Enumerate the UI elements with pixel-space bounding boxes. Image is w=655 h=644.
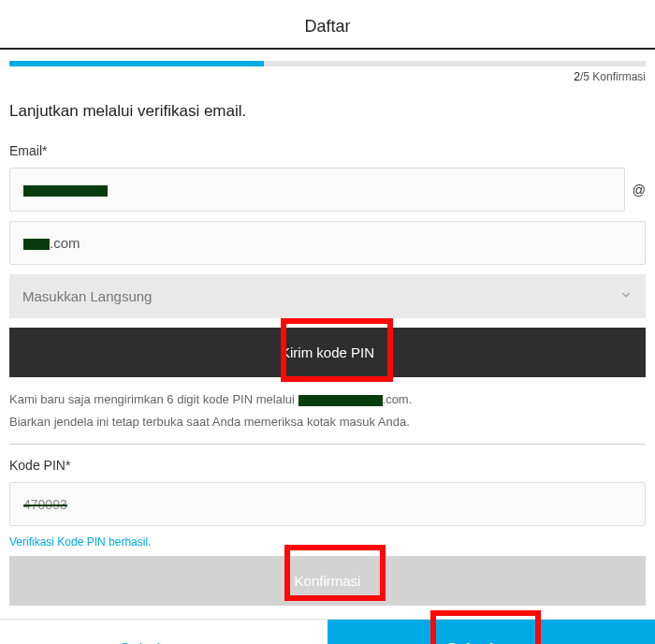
msg-text: .com.: [383, 392, 413, 406]
pin-sent-message-2: Biarkan jendela ini tetap terbuka saat A…: [9, 413, 646, 432]
divider-mid: [9, 444, 646, 445]
highlight-box: [430, 610, 541, 644]
progress-container: [9, 61, 646, 66]
next-button[interactable]: Selanjutnya: [328, 620, 655, 644]
progress-bar: [9, 61, 646, 66]
step-indicator: 2/5 Konfirmasi: [0, 70, 646, 83]
pin-value: 470093: [23, 497, 67, 512]
at-symbol: @: [633, 183, 646, 198]
email-domain-input[interactable]: .com: [9, 221, 646, 265]
divider-top: [0, 48, 655, 50]
redacted-text: [23, 185, 108, 197]
email-local-input[interactable]: [9, 168, 625, 212]
pin-success-message: Verifikasi Kode PIN berhasil.: [9, 535, 646, 549]
confirm-button[interactable]: Konfirmasi: [9, 556, 646, 606]
prev-label: Sebelumnya: [120, 640, 209, 644]
confirm-label: Konfirmasi: [295, 573, 361, 589]
redacted-text: [298, 395, 383, 406]
step-label: Konfirmasi: [592, 70, 646, 83]
send-pin-label: Kirim kode PIN: [281, 344, 374, 360]
email-label: Email*: [9, 143, 646, 158]
page-title: Daftar: [0, 0, 655, 48]
email-provider-select[interactable]: Masukkan Langsung: [9, 274, 646, 318]
next-label: Selanjutnya: [446, 640, 535, 644]
step-current: 2: [574, 70, 580, 83]
redacted-text: [23, 239, 50, 250]
pin-input[interactable]: 470093: [9, 482, 646, 526]
send-pin-button[interactable]: Kirim kode PIN: [9, 328, 646, 377]
progress-fill: [9, 61, 264, 66]
chevron-down-icon: [619, 288, 633, 305]
email-domain-text: .com: [50, 235, 80, 251]
pin-label: Kode PIN*: [9, 458, 646, 473]
msg-text: Kami baru saja mengirimkan 6 digit kode …: [9, 392, 298, 406]
prev-button[interactable]: Sebelumnya: [0, 620, 328, 644]
footer-nav: Sebelumnya Selanjutnya: [0, 619, 655, 644]
subtitle: Lanjutkan melalui verifikasi email.: [9, 102, 646, 121]
step-total: /5: [580, 70, 590, 83]
pin-sent-message: Kami baru saja mengirimkan 6 digit kode …: [9, 390, 646, 409]
